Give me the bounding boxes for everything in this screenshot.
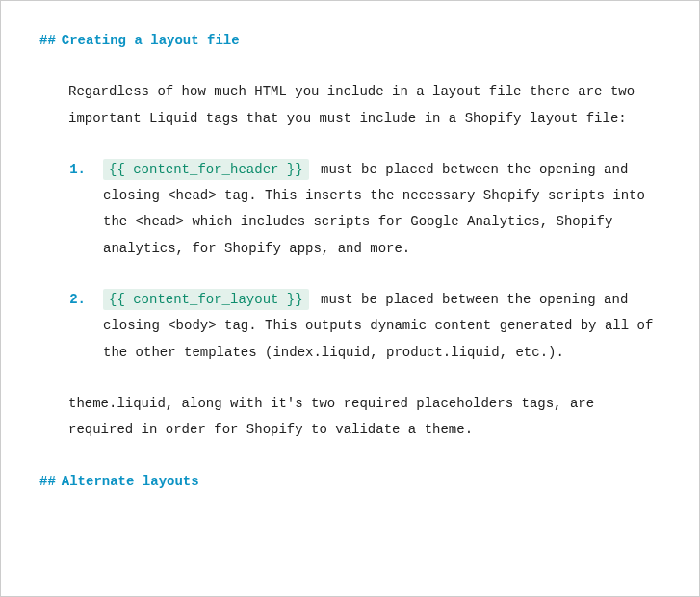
- heading-text: Creating a layout file: [62, 33, 240, 48]
- intro-paragraph: Regardless of how much HTML you include …: [68, 79, 661, 132]
- section-heading-creating-layout: ##Creating a layout file: [39, 28, 661, 54]
- liquid-code-tag: {{ content_for_layout }}: [103, 289, 309, 310]
- list-marker: 2.: [68, 287, 93, 366]
- list-marker: 1.: [68, 157, 93, 262]
- heading-hashes: ##: [39, 33, 56, 48]
- list-item-body: {{ content_for_header }} must be placed …: [93, 157, 661, 262]
- list-item: 1. {{ content_for_header }} must be plac…: [68, 157, 661, 262]
- heading-hashes: ##: [39, 474, 56, 489]
- liquid-code-tag: {{ content_for_header }}: [103, 159, 309, 180]
- section-heading-alternate-layouts: ##Alternate layouts: [39, 469, 661, 495]
- list-item-body: {{ content_for_layout }} must be placed …: [93, 287, 661, 366]
- list-item: 2. {{ content_for_layout }} must be plac…: [68, 287, 661, 366]
- liquid-tags-list: 1. {{ content_for_header }} must be plac…: [68, 157, 661, 366]
- outro-paragraph: theme.liquid, along with it's two requir…: [68, 391, 661, 444]
- heading-text: Alternate layouts: [62, 474, 199, 489]
